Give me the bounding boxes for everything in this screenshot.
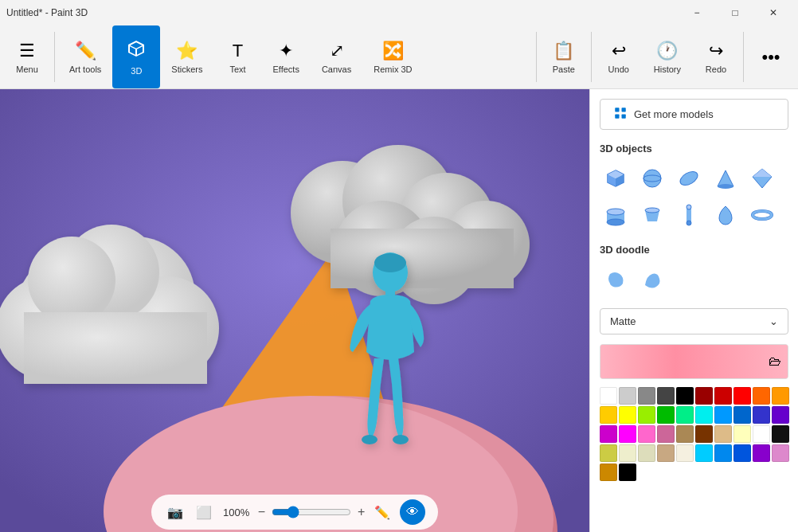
color-swatch[interactable] <box>772 406 789 424</box>
color-swatch[interactable] <box>695 387 713 405</box>
color-swatch[interactable] <box>714 387 732 405</box>
material-dropdown[interactable]: Matte ⌄ <box>600 308 788 334</box>
view-toggle-button[interactable]: 👁 <box>400 499 425 525</box>
color-swatch[interactable] <box>600 464 617 481</box>
toolbar-right: 📋 Paste ↩ Undo 🕐 History ↪ Redo ••• <box>533 25 795 88</box>
color-swatch[interactable] <box>638 387 655 405</box>
history-button[interactable]: 🕐 History <box>643 25 692 88</box>
color-swatch[interactable] <box>753 444 770 462</box>
minimize-button[interactable]: − <box>679 0 715 25</box>
redo-label: Redo <box>706 65 726 74</box>
chevron-down-icon: ⌄ <box>769 315 778 327</box>
color-swatch[interactable] <box>695 444 713 462</box>
more-button[interactable]: ••• <box>747 25 795 88</box>
color-swatch[interactable] <box>676 387 694 405</box>
svg-point-42 <box>607 219 624 225</box>
color-swatch[interactable] <box>753 406 770 424</box>
color-swatch[interactable] <box>676 425 694 443</box>
color-swatch[interactable] <box>676 406 694 424</box>
more-icon: ••• <box>761 47 780 68</box>
color-swatch[interactable] <box>657 425 675 443</box>
arttools-button[interactable]: ✏️ Art tools <box>58 25 112 88</box>
color-swatch[interactable] <box>638 444 655 462</box>
zoom-slider[interactable] <box>272 506 351 518</box>
threed-button[interactable]: 3D <box>112 25 160 88</box>
text-button[interactable]: T Text <box>213 25 261 88</box>
svg-point-8 <box>28 237 115 324</box>
color-swatch[interactable] <box>657 387 675 405</box>
color-swatch[interactable] <box>600 425 617 443</box>
color-swatch[interactable] <box>714 425 732 443</box>
remix-icon: 🔀 <box>382 41 404 61</box>
stickers-label: Stickers <box>171 65 202 74</box>
color-swatch[interactable] <box>619 444 636 462</box>
color-swatch[interactable] <box>600 444 617 462</box>
canvas-button[interactable]: ⤢ Canvas <box>311 25 362 88</box>
get-more-button[interactable]: Get more models <box>600 99 788 130</box>
color-swatch[interactable] <box>676 444 694 462</box>
history-label: History <box>654 65 681 74</box>
color-swatch[interactable] <box>657 406 675 424</box>
redo-button[interactable]: ↪ Redo <box>692 25 740 88</box>
capsule-button[interactable] <box>673 199 705 231</box>
color-swatch[interactable] <box>695 406 713 424</box>
zoom-out-button[interactable]: − <box>258 505 265 519</box>
color-swatch[interactable] <box>772 425 789 443</box>
sphere-button[interactable] <box>636 162 668 194</box>
frame-button[interactable]: ⬜ <box>193 501 215 523</box>
stickers-button[interactable]: ⭐ Stickers <box>160 25 213 88</box>
paste-button[interactable]: 📋 Paste <box>540 25 588 88</box>
color-swatch[interactable] <box>772 387 789 405</box>
svg-rect-25 <box>615 108 619 111</box>
color-preview-bar[interactable]: 🗁 <box>600 344 788 379</box>
color-swatch[interactable] <box>753 425 770 443</box>
eyedropper-icon[interactable]: 🗁 <box>769 354 781 369</box>
football-button[interactable] <box>673 162 705 194</box>
color-swatch[interactable] <box>600 406 617 424</box>
color-swatch[interactable] <box>638 406 655 424</box>
color-swatch[interactable] <box>733 425 751 443</box>
cube-button[interactable] <box>600 162 632 194</box>
color-swatch[interactable] <box>733 406 751 424</box>
color-swatch[interactable] <box>600 387 617 405</box>
effects-button[interactable]: ✦ Effects <box>261 25 310 88</box>
undo-button[interactable]: ↩ Undo <box>595 25 643 88</box>
canvas-area[interactable]: 📷 ⬜ 100% − + ✏️ 👁 <box>0 89 589 532</box>
screenshot-button[interactable]: 📷 <box>164 501 186 523</box>
color-swatch[interactable] <box>638 425 655 443</box>
color-swatch[interactable] <box>733 444 751 462</box>
diamond-button[interactable] <box>746 162 778 194</box>
color-swatch[interactable] <box>772 444 789 462</box>
cone-button[interactable] <box>710 162 741 194</box>
color-swatch[interactable] <box>714 444 732 462</box>
color-swatch[interactable] <box>619 406 636 424</box>
color-swatch[interactable] <box>695 425 713 443</box>
pencil-button[interactable]: ✏️ <box>371 501 393 523</box>
window-title: Untitled* - Paint 3D <box>6 7 88 18</box>
close-button[interactable]: ✕ <box>755 0 792 25</box>
zoom-percent: 100% <box>221 507 252 518</box>
color-swatch[interactable] <box>753 387 770 405</box>
svg-rect-16 <box>331 229 514 288</box>
cylinder-button[interactable] <box>600 199 632 231</box>
svg-point-33 <box>643 170 661 187</box>
remix-button[interactable]: 🔀 Remix 3D <box>362 25 423 88</box>
undo-icon: ↩ <box>612 41 626 61</box>
color-swatch[interactable] <box>714 406 732 424</box>
svg-point-37 <box>718 184 733 189</box>
color-swatch[interactable] <box>619 464 636 481</box>
bucket-button[interactable] <box>636 199 668 231</box>
menu-button[interactable]: ☰ Menu <box>3 25 51 88</box>
maximize-button[interactable]: □ <box>717 0 753 25</box>
toolbar-sep-3 <box>591 32 592 82</box>
doodle-blob-button[interactable] <box>600 264 632 295</box>
teardrop-button[interactable] <box>710 199 741 231</box>
torus-button[interactable] <box>746 199 778 231</box>
color-swatch[interactable] <box>733 387 751 405</box>
color-swatch[interactable] <box>619 425 636 443</box>
color-swatch[interactable] <box>657 444 675 462</box>
zoom-in-button[interactable]: + <box>358 505 365 519</box>
color-swatch[interactable] <box>619 387 636 405</box>
doodle-smooth-button[interactable] <box>636 264 668 295</box>
doodle-grid <box>600 264 788 295</box>
